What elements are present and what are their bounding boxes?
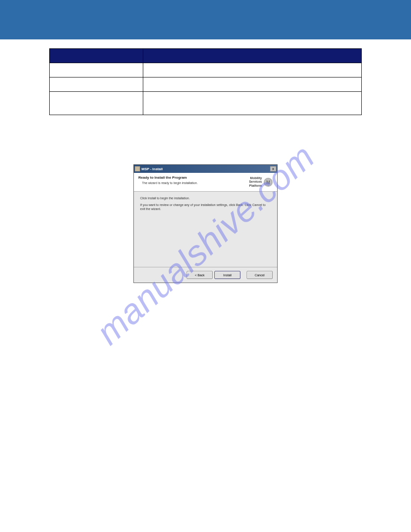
wizard-header-text: Ready to Install the Program The wizard … (138, 176, 249, 189)
wizard-body: Click Install to begin the installation.… (134, 192, 277, 267)
body-note: If you want to review or change any of y… (140, 203, 271, 211)
info-table (49, 48, 362, 115)
brand-line2: Services (249, 180, 262, 184)
table-row (50, 63, 362, 77)
table-row (50, 77, 362, 92)
table-header-col2 (143, 49, 362, 63)
table-cell (143, 92, 362, 115)
table-row (50, 92, 362, 115)
brand-line1: Mobility (249, 176, 262, 180)
back-button[interactable]: < Back (187, 271, 213, 279)
brand-line3: Platform (249, 184, 262, 188)
wizard-brand: Mobility Services Platform (249, 176, 273, 189)
page-content: MSP - Install X Ready to Install the Pro… (0, 39, 411, 292)
wizard-subtitle: The wizard is ready to begin installatio… (142, 181, 249, 184)
table-header-col1 (50, 49, 143, 63)
table-header-row (50, 49, 362, 63)
table-cell (143, 63, 362, 77)
motorola-logo-icon (264, 178, 273, 187)
titlebar[interactable]: MSP - Install X (134, 165, 277, 173)
table-cell (50, 63, 143, 77)
brand-text: Mobility Services Platform (249, 176, 262, 188)
installer-dialog: MSP - Install X Ready to Install the Pro… (133, 164, 278, 283)
titlebar-text: MSP - Install (141, 167, 270, 171)
body-instruction: Click Install to begin the installation. (140, 196, 271, 200)
app-icon (135, 166, 140, 172)
install-button[interactable]: Install (214, 271, 240, 279)
close-icon[interactable]: X (270, 166, 276, 172)
wizard-title: Ready to Install the Program (138, 176, 249, 180)
table-cell (50, 92, 143, 115)
wizard-footer: < Back Install Cancel (134, 267, 277, 283)
table-cell (143, 77, 362, 92)
page-header (0, 0, 411, 39)
wizard-header: Ready to Install the Program The wizard … (134, 173, 277, 192)
cancel-button[interactable]: Cancel (247, 271, 273, 279)
table-cell (50, 77, 143, 92)
